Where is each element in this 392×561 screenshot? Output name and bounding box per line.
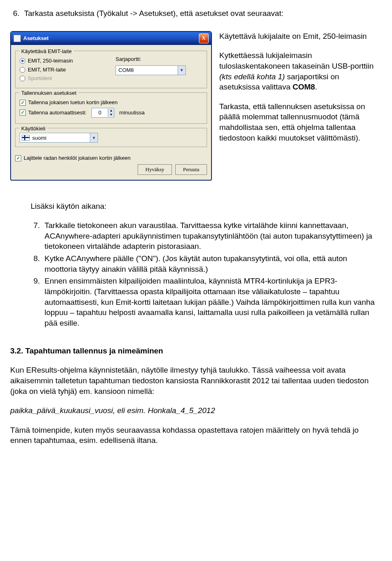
emit-radios: EMIT, 250-leimasin EMIT, MTR-laite Sport… — [20, 56, 107, 84]
flag-fi-icon — [22, 135, 30, 141]
side-p2: Kytkettäessä lukijaleimasin tuloslaskent… — [219, 50, 382, 92]
chevron-down-icon: ▼ — [178, 66, 185, 75]
chk-label: Tallenna automaattisesti: — [28, 109, 87, 116]
step-6-text: Tarkasta asetuksista (Työkalut -> Asetuk… — [24, 9, 283, 18]
serial-port-label: Sarjaportti: — [116, 56, 203, 63]
dialog-buttons: Hyväksy Peruuta — [15, 164, 207, 175]
additional-steps: Lisäksi käytön aikana: Tarkkaile tietoko… — [31, 201, 378, 329]
additional-steps-list: Tarkkaile tietokoneen akun varaustilaa. … — [31, 220, 378, 328]
dialog-and-description-row: Asetukset X Käytettävä EMIT-laite EMIT, … — [10, 31, 382, 181]
settings-dialog: Asetukset X Käytettävä EMIT-laite EMIT, … — [10, 31, 212, 181]
language-combo[interactable]: suomi ▼ — [20, 133, 98, 143]
additional-intro: Lisäksi käytön aikana: — [31, 201, 378, 212]
chk-label: Lajittele radan henkilöt jokaisen kortin… — [24, 154, 131, 162]
radio-icon — [20, 58, 25, 64]
language-value: suomi — [32, 134, 47, 142]
side-p1: Käytettävä lukijalaite on Emit, 250-leim… — [219, 31, 382, 42]
dialog-titlebar[interactable]: Asetukset X — [11, 32, 211, 45]
chk-sort-after-card[interactable]: Lajittele radan henkilöt jokaisen kortin… — [15, 154, 207, 162]
step-9: Ennen ensimmäisten kilpailijoiden maalii… — [42, 276, 378, 328]
radio-emit-250[interactable]: EMIT, 250-leimasin — [20, 57, 107, 65]
radio-icon — [20, 67, 25, 73]
radio-label: Sportident — [28, 75, 52, 82]
dialog-title: Asetukset — [23, 35, 49, 42]
radio-icon — [20, 76, 25, 81]
save-settings-fieldset: Tallennuksen asetukset Tallenna jokaisen… — [15, 92, 207, 124]
step-7: Tarkkaile tietokoneen akun varaustilaa. … — [42, 220, 378, 252]
checkbox-icon — [20, 110, 26, 116]
serial-port-col: Sarjaportti: COM8 ▼ — [116, 56, 203, 84]
language-fieldset: Käyttökieli suomi ▼ — [15, 128, 207, 148]
serial-port-value: COM8 — [116, 67, 178, 74]
app-icon — [13, 35, 21, 42]
chk-label: Tallenna jokaisen luetun kortin jälkeen — [28, 99, 118, 106]
checkbox-icon — [15, 155, 21, 161]
side-description: Käytettävä lukijalaite on Emit, 250-leim… — [219, 31, 382, 152]
emit-device-fieldset: Käytettävä EMIT-laite EMIT, 250-leimasin… — [15, 51, 207, 88]
radio-sportident[interactable]: Sportident — [20, 75, 107, 82]
save-legend: Tallennuksen asetukset — [20, 89, 78, 97]
chk-autosave[interactable]: Tallenna automaattisesti: 0 ▲ ▼ minuutis… — [20, 108, 203, 118]
emit-legend: Käytettävä EMIT-laite — [20, 48, 74, 55]
checkbox-icon — [20, 100, 26, 106]
spin-value: 0 — [92, 109, 108, 116]
spin-suffix: minuutissa — [119, 109, 145, 116]
doc-step-list: Tarkasta asetuksista (Työkalut -> Asetuk… — [10, 8, 382, 19]
autosave-minutes-spin[interactable]: 0 ▲ ▼ — [91, 108, 114, 118]
cancel-button[interactable]: Peruuta — [175, 164, 207, 175]
radio-emit-mtr[interactable]: EMIT, MTR-laite — [20, 66, 107, 74]
side-p3: Tarkasta, että tallennuksen asetuksissa … — [219, 101, 382, 143]
chevron-down-icon: ▼ — [90, 133, 98, 142]
section-3-2-p1: Kun EResults-ohjelma käynnistetään, näyt… — [10, 365, 382, 396]
section-3-2-p3: Tämä toimenpide, kuten myös seuraavassa … — [10, 425, 382, 446]
chk-save-each-card[interactable]: Tallenna jokaisen luetun kortin jälkeen — [20, 99, 203, 106]
chevron-down-icon[interactable]: ▼ — [108, 113, 114, 117]
language-legend: Käyttökieli — [20, 125, 47, 132]
ok-button[interactable]: Hyväksy — [138, 164, 172, 175]
chevron-up-icon[interactable]: ▲ — [108, 109, 114, 113]
serial-port-combo[interactable]: COM8 ▼ — [116, 65, 186, 75]
radio-label: EMIT, 250-leimasin — [28, 57, 73, 65]
step-6: Tarkasta asetuksista (Työkalut -> Asetuk… — [22, 8, 382, 19]
close-icon[interactable]: X — [199, 34, 209, 43]
dialog-body: Käytettävä EMIT-laite EMIT, 250-leimasin… — [11, 45, 211, 180]
section-3-2-example: paikka_päivä_kuukausi_vuosi, eli esim. H… — [10, 405, 382, 416]
section-3-2-heading: 3.2. Tapahtuman tallennus ja nimeäminen — [10, 346, 382, 356]
radio-label: EMIT, MTR-laite — [28, 66, 66, 74]
step-8: Kytke ACAnywhere päälle ("ON"). (Jos käy… — [42, 253, 378, 274]
